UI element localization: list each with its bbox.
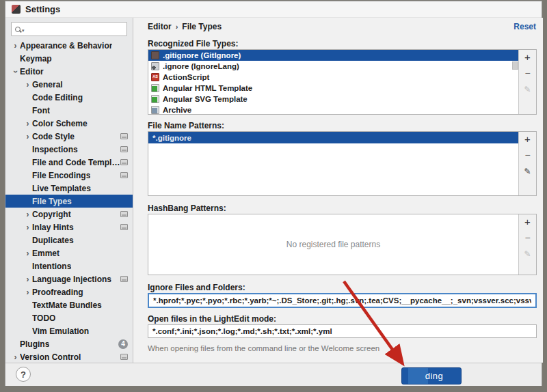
sidebar-item-intentions[interactable]: Intentions xyxy=(5,260,133,272)
file-type-name: Archive xyxy=(163,106,191,114)
sidebar-item-file-types[interactable]: File Types xyxy=(5,195,133,208)
window-title: Settings xyxy=(25,4,60,14)
sidebar-item-label: Appearance & Behavior xyxy=(20,41,112,51)
chevron-right-icon[interactable]: › xyxy=(11,353,20,361)
patterns-list-toolbar: + − ✎ xyxy=(518,132,536,195)
sidebar-item-textmate-bundles[interactable]: TextMate Bundles xyxy=(5,298,133,311)
file-type-row-gitignore-gitignore[interactable]: .gitignore (GitIgnore) xyxy=(148,50,518,61)
file-type-row-angular-html-template[interactable]: Angular HTML Template xyxy=(148,83,518,94)
file-type-row-archive[interactable]: Archive xyxy=(148,104,518,114)
sidebar-item-label: Version Control xyxy=(20,352,81,362)
file-types-panel: Editor › File Types Reset Recognized Fil… xyxy=(134,18,543,363)
chevron-down-icon[interactable]: › xyxy=(12,67,20,76)
hashbang-empty-text: No registered file patterns xyxy=(148,214,518,275)
add-file-type-button[interactable]: + xyxy=(522,52,534,62)
sidebar-item-keymap[interactable]: Keymap xyxy=(5,52,133,65)
chevron-right-icon[interactable]: › xyxy=(23,288,32,296)
sidebar-item-version-control[interactable]: ›Version Control xyxy=(5,350,133,363)
sidebar-item-inspections[interactable]: Inspections xyxy=(5,143,133,156)
sidebar-item-label: File Encodings xyxy=(32,171,90,180)
sidebar-item-live-templates[interactable]: Live Templates xyxy=(5,182,133,195)
ignorelang-file-type-icon xyxy=(151,62,159,70)
chevron-right-icon[interactable]: › xyxy=(23,210,32,219)
sidebar-item-code-style[interactable]: ›Code Style xyxy=(5,130,133,143)
sidebar-item-color-scheme[interactable]: ›Color Scheme xyxy=(5,117,133,130)
remove-hashbang-button[interactable]: − xyxy=(522,233,534,243)
pattern-row-gitignore[interactable]: *.gitignore xyxy=(148,132,518,143)
sidebar-item-label: Plugins xyxy=(20,339,49,349)
breadcrumb: Editor › File Types Reset xyxy=(148,22,536,31)
settings-search-box[interactable]: ▾ xyxy=(11,22,127,36)
sidebar-item-proofreading[interactable]: ›Proofreading xyxy=(5,285,133,298)
hashbang-patterns-label: HashBang Patterns: xyxy=(148,204,226,213)
sidebar-item-duplicates[interactable]: Duplicates xyxy=(5,234,133,247)
chevron-right-icon[interactable]: › xyxy=(23,81,32,89)
chevron-right-icon[interactable]: › xyxy=(23,275,32,283)
sidebar-item-label: TextMate Bundles xyxy=(32,300,102,310)
file-type-row-actionscript[interactable]: ASActionScript xyxy=(148,72,518,83)
breadcrumb-editor[interactable]: Editor xyxy=(148,22,172,31)
per-project-settings-icon xyxy=(120,211,128,217)
edit-file-type-button[interactable]: ✎ xyxy=(522,85,534,95)
chevron-right-icon[interactable]: › xyxy=(23,120,32,128)
chevron-right-icon[interactable]: › xyxy=(23,223,32,232)
sidebar-item-file-encodings[interactable]: File Encodings xyxy=(5,169,133,182)
sidebar-item-label: General xyxy=(32,80,63,89)
sidebar-item-copyright[interactable]: ›Copyright xyxy=(5,208,133,221)
search-input[interactable] xyxy=(26,24,133,35)
list-scrollbar-thumb[interactable] xyxy=(512,61,518,70)
remove-file-type-button[interactable]: − xyxy=(522,68,534,79)
sidebar-item-code-editing[interactable]: Code Editing xyxy=(5,91,133,104)
reset-link[interactable]: Reset xyxy=(513,22,536,31)
lightedit-hint: When opening files from the command line… xyxy=(148,344,379,352)
sidebar-item-label: Inlay Hints xyxy=(32,223,74,232)
sidebar-item-emmet[interactable]: ›Emmet xyxy=(5,247,133,260)
file-type-row-angular-svg-template[interactable]: Angular SVG Template xyxy=(148,94,518,104)
lightedit-label: Open files in the LightEdit mode: xyxy=(148,314,276,324)
app-icon xyxy=(12,5,21,14)
sidebar-item-editor[interactable]: ›Editor xyxy=(5,65,133,78)
hashbang-patterns-list: No registered file patterns + − ✎ xyxy=(148,214,537,275)
actionscript-file-type-icon: AS xyxy=(151,73,159,81)
ignore-files-input[interactable] xyxy=(148,293,537,308)
file-type-name: Angular SVG Template xyxy=(163,95,248,103)
lightedit-input[interactable] xyxy=(148,324,537,338)
add-hashbang-button[interactable]: + xyxy=(522,216,534,227)
sidebar-item-font[interactable]: Font xyxy=(5,104,133,117)
file-type-name: ActionScript xyxy=(163,73,209,81)
file-type-name: .ignore (IgnoreLang) xyxy=(163,62,239,70)
angular-svg-file-type-icon xyxy=(151,95,159,103)
edit-hashbang-button[interactable]: ✎ xyxy=(522,249,534,260)
recognized-file-types-rows: .gitignore (GitIgnore).ignore (IgnoreLan… xyxy=(148,50,518,114)
settings-window: Settings ▾ ›Appearance & BehaviorKeymap›… xyxy=(5,1,542,386)
per-project-settings-icon xyxy=(120,159,128,165)
search-icon xyxy=(15,27,21,32)
sidebar-item-label: Duplicates xyxy=(32,236,74,245)
help-button[interactable]: ? xyxy=(16,367,31,382)
search-filter-caret-icon: ▾ xyxy=(22,28,25,33)
sidebar-item-language-injections[interactable]: ›Language Injections xyxy=(5,272,133,285)
recognized-file-types-list: .gitignore (GitIgnore).ignore (IgnoreLan… xyxy=(148,49,537,115)
sidebar-item-appearance-behavior[interactable]: ›Appearance & Behavior xyxy=(5,39,133,52)
file-name-patterns-rows: *.gitignore xyxy=(148,132,518,195)
file-type-row-ignore-ignorelang[interactable]: .ignore (IgnoreLang) xyxy=(148,61,518,72)
ignore-files-label: Ignore Files and Folders: xyxy=(148,283,245,292)
sidebar-item-inlay-hints[interactable]: ›Inlay Hints xyxy=(5,221,133,234)
add-pattern-button[interactable]: + xyxy=(522,134,534,144)
chevron-right-icon[interactable]: › xyxy=(11,42,20,50)
per-project-settings-icon xyxy=(120,133,128,139)
ok-button[interactable]: ding xyxy=(401,367,462,384)
sidebar-item-todo[interactable]: TODO xyxy=(5,311,133,324)
remove-pattern-button[interactable]: − xyxy=(522,150,534,160)
sidebar-item-general[interactable]: ›General xyxy=(5,78,133,91)
chevron-right-icon[interactable]: › xyxy=(23,249,32,257)
sidebar-item-label: Code Style xyxy=(32,132,75,141)
chevron-right-icon[interactable]: › xyxy=(23,132,32,141)
sidebar-item-label: Intentions xyxy=(32,262,71,271)
edit-pattern-button[interactable]: ✎ xyxy=(522,167,534,177)
sidebar-item-plugins[interactable]: Plugins4 xyxy=(5,337,133,350)
sidebar-item-vim-emulation[interactable]: Vim Emulation xyxy=(5,324,133,337)
plugins-count-badge: 4 xyxy=(118,339,128,349)
settings-sidebar: ▾ ›Appearance & BehaviorKeymap›Editor›Ge… xyxy=(5,18,133,363)
sidebar-item-file-and-code-templates[interactable]: File and Code Templates xyxy=(5,156,133,169)
